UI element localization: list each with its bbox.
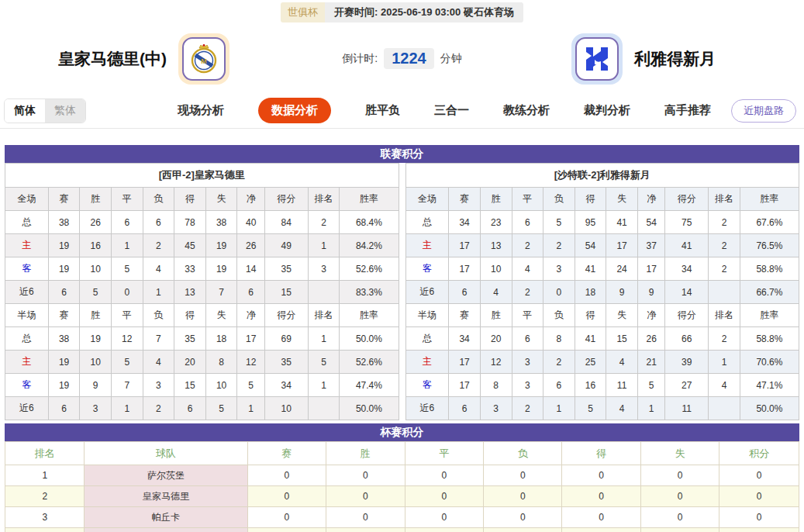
countdown-label: 倒计时: — [342, 52, 378, 66]
column-header: 负 — [143, 304, 174, 327]
table-cell: 2 — [512, 281, 543, 304]
table-cell: 0 — [326, 486, 405, 507]
table-cell: 17 — [449, 234, 481, 257]
column-header: 胜率 — [740, 304, 799, 327]
tab-现场分析[interactable]: 现场分析 — [178, 103, 224, 118]
column-header: 失 — [640, 442, 719, 465]
away-team: 利雅得新月 — [571, 33, 716, 85]
column-header: 胜率 — [740, 188, 799, 211]
table-cell: 41 — [575, 257, 606, 281]
table-row: 近6642018991466.7% — [405, 281, 799, 304]
lang-traditional-button[interactable]: 繁体 — [45, 99, 85, 123]
column-header: 排名 — [308, 188, 340, 211]
table-cell — [709, 397, 740, 420]
table-cell: 4 — [143, 257, 174, 281]
table-cell: 5 — [112, 351, 143, 374]
table-cell: 6 — [174, 397, 206, 420]
column-header: 胜 — [326, 442, 405, 465]
table-cell: 10 — [205, 374, 237, 397]
cup-points-header: 杯赛积分 — [5, 423, 799, 441]
table-cell: 0 — [719, 507, 799, 528]
team-name-cell: 皇家马德里 — [85, 486, 247, 507]
nav-bar: 简体 繁体 现场分析数据分析胜平负三合一教练分析裁判分析高手推荐 近期盘路 — [0, 93, 804, 129]
column-header: 胜率 — [340, 304, 399, 327]
table-cell: 0 — [484, 465, 562, 486]
table-cell: 1 — [143, 281, 174, 304]
main-content: 联赛积分 [西甲-2]皇家马德里 全场赛胜平负得失净得分排名胜率 总382666… — [0, 129, 804, 532]
table-cell: 16 — [575, 374, 606, 397]
tab-数据分析[interactable]: 数据分析 — [258, 98, 331, 123]
table-cell — [308, 397, 340, 420]
column-header: 赛 — [48, 304, 80, 327]
column-header: 胜 — [480, 304, 512, 327]
table-cell: 19 — [48, 257, 80, 281]
table-cell: 49 — [264, 234, 308, 257]
table-cell: 1 — [237, 397, 265, 420]
table-cell: 5 — [575, 397, 606, 420]
tab-高手推荐[interactable]: 高手推荐 — [664, 103, 711, 118]
table-cell: 35 — [174, 327, 206, 351]
recent-trends-button[interactable]: 近期盘路 — [731, 99, 796, 123]
column-header: 排名 — [709, 188, 740, 211]
table-cell: 0 — [640, 486, 719, 507]
table-cell: 18 — [575, 281, 606, 304]
table-cell — [308, 281, 340, 304]
table-cell: 5 — [543, 211, 575, 234]
table-cell: 24 — [606, 257, 638, 281]
column-header: 赛 — [449, 188, 481, 211]
team-name-cell: 利雅得新月 — [85, 528, 247, 532]
table-cell: 1 — [5, 465, 85, 486]
table-cell: 34 — [449, 211, 481, 234]
table-cell: 3 — [308, 257, 340, 281]
table-cell: 19 — [205, 234, 237, 257]
league-points-header: 联赛积分 — [5, 145, 799, 163]
table-cell: 8 — [543, 327, 575, 351]
table-cell: 27 — [665, 374, 709, 397]
table-cell: 35 — [264, 351, 308, 374]
row-label: 主 — [405, 234, 449, 257]
column-header: 排名 — [5, 442, 85, 465]
column-header: 半场 — [5, 304, 49, 327]
column-header: 净 — [637, 188, 665, 211]
table-cell: 6 — [237, 281, 265, 304]
team-name-cell: 帕丘卡 — [85, 507, 247, 528]
column-header: 负 — [543, 304, 575, 327]
column-header: 全场 — [5, 188, 49, 211]
column-header: 得分 — [264, 188, 308, 211]
league-badge: 世俱杯 — [281, 2, 325, 22]
lang-simplified-button[interactable]: 简体 — [5, 99, 45, 123]
table-cell: 20 — [480, 327, 512, 351]
table-row: 客178361611527447.1% — [405, 374, 799, 397]
table-cell: 2 — [543, 351, 575, 374]
al-hilal-crest-icon — [583, 44, 611, 74]
table-cell: 12 — [237, 351, 265, 374]
column-header: 积分 — [719, 442, 799, 465]
table-row: 主1712322542139170.6% — [405, 351, 799, 374]
row-label: 总 — [5, 327, 49, 351]
table-cell: 3 — [5, 507, 85, 528]
table-cell: 34 — [449, 327, 481, 351]
column-header: 平 — [512, 188, 543, 211]
table-cell: 5 — [237, 374, 265, 397]
table-cell: 47.1% — [740, 374, 799, 397]
column-header: 胜 — [480, 188, 512, 211]
tab-三合一[interactable]: 三合一 — [434, 103, 469, 118]
column-header: 得分 — [665, 188, 709, 211]
table-cell: 45 — [174, 234, 206, 257]
table-cell: 10 — [80, 257, 112, 281]
table-cell: 0 — [405, 528, 483, 532]
table-cell: 11 — [665, 397, 709, 420]
table-cell: 12 — [480, 351, 512, 374]
tab-教练分析[interactable]: 教练分析 — [503, 103, 550, 118]
table-cell: 4 — [709, 374, 740, 397]
table-cell: 0 — [640, 528, 719, 532]
column-header: 平 — [405, 442, 483, 465]
tab-胜平负[interactable]: 胜平负 — [365, 103, 400, 118]
table-cell: 2 — [308, 211, 340, 234]
column-header: 赛 — [247, 442, 326, 465]
table-cell: 41 — [665, 234, 709, 257]
column-header: 得分 — [264, 304, 308, 327]
table-cell: 7 — [112, 374, 143, 397]
tab-裁判分析[interactable]: 裁判分析 — [584, 103, 630, 118]
table-cell: 8 — [205, 351, 237, 374]
